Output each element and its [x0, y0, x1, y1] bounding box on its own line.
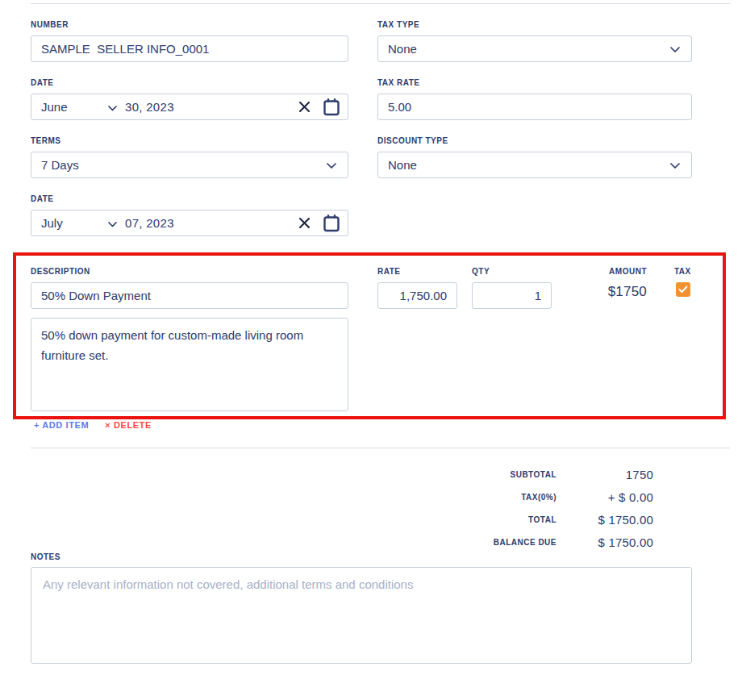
item-amount-label: AMOUNT — [556, 266, 647, 277]
terms-value: 7 Days — [41, 158, 79, 172]
subtotal-row: SUBTOTAL 1750 — [436, 463, 653, 485]
discount-type-select[interactable]: None — [377, 152, 692, 178]
calendar-icon[interactable] — [323, 214, 340, 233]
clear-date-icon[interactable] — [298, 217, 311, 229]
add-item-button[interactable]: + ADD ITEM — [34, 420, 89, 430]
tax-total-label: TAX(0%) — [436, 493, 556, 502]
item-rate-field-group: RATE — [377, 266, 457, 309]
issue-date-picker[interactable]: June 30, 2023 — [31, 94, 348, 120]
item-tax-block: TAX — [674, 266, 691, 297]
total-label: TOTAL — [436, 515, 556, 524]
tax-type-value: None — [388, 42, 417, 56]
totals-divider — [31, 448, 730, 448]
item-description-input[interactable] — [31, 282, 348, 309]
terms-field-group: TERMS 7 Days — [31, 135, 348, 178]
issue-month-value: June — [41, 100, 68, 114]
balance-due-row: BALANCE DUE $ 1750.00 — [436, 531, 653, 553]
total-row: TOTAL $ 1750.00 — [436, 508, 653, 531]
item-description-label: DESCRIPTION — [31, 266, 348, 277]
issue-date-label: DATE — [31, 77, 348, 88]
item-qty-field-group: QTY — [472, 266, 552, 309]
item-rate-input[interactable] — [377, 282, 457, 309]
discount-type-field-group: DISCOUNT TYPE None — [377, 135, 692, 178]
tax-rate-label: TAX RATE — [377, 77, 692, 88]
total-value: $ 1750.00 — [556, 513, 653, 527]
totals-summary: SUBTOTAL 1750 TAX(0%) + $ 0.00 TOTAL $ 1… — [436, 463, 653, 553]
terms-select[interactable]: 7 Days — [31, 152, 348, 178]
item-amount-value: $1750 — [556, 284, 647, 300]
checkmark-icon — [678, 285, 688, 294]
chevron-down-icon — [108, 216, 117, 230]
item-actions: + ADD ITEM × DELETE — [34, 420, 152, 430]
tax-rate-input[interactable] — [377, 94, 692, 120]
item-qty-label: QTY — [472, 266, 552, 277]
chevron-down-icon — [670, 42, 680, 56]
due-date-icons — [298, 214, 348, 233]
item-rate-label: RATE — [377, 266, 457, 277]
chevron-down-icon — [327, 158, 336, 172]
notes-label: NOTES — [31, 552, 60, 562]
calendar-icon[interactable] — [323, 98, 340, 117]
tax-type-select[interactable]: None — [377, 35, 692, 62]
due-month-select[interactable]: July — [31, 210, 117, 235]
balance-due-value: $ 1750.00 — [556, 535, 653, 549]
clear-date-icon[interactable] — [298, 101, 311, 113]
terms-label: TERMS — [31, 135, 348, 146]
due-day-year-value[interactable]: 07, 2023 — [125, 216, 174, 230]
due-date-picker[interactable]: July 07, 2023 — [31, 210, 348, 236]
chevron-down-icon — [670, 158, 680, 172]
due-date-field-group: DATE July 07, 2023 — [31, 194, 348, 236]
due-month-value: July — [41, 216, 63, 230]
chevron-down-icon — [108, 100, 117, 114]
tax-checkbox[interactable] — [676, 282, 690, 297]
issue-date-icons — [298, 98, 348, 117]
tax-rate-field-group: TAX RATE — [377, 77, 692, 120]
issue-date-field-group: DATE June 30, 2023 — [31, 77, 348, 120]
issue-day-year-value[interactable]: 30, 2023 — [125, 100, 174, 114]
number-field-group: NUMBER — [31, 19, 348, 62]
item-details-textarea[interactable]: 50% down payment for custom-made living … — [31, 318, 348, 411]
delete-item-button[interactable]: × DELETE — [105, 420, 152, 430]
due-date-label: DATE — [31, 194, 348, 204]
tax-type-label: TAX TYPE — [377, 19, 692, 30]
subtotal-label: SUBTOTAL — [436, 470, 556, 479]
invoice-form-page: NUMBER DATE June 30, 2023 — [0, 0, 742, 700]
tax-type-field-group: TAX TYPE None — [377, 19, 692, 62]
tax-row: TAX(0%) + $ 0.00 — [436, 485, 653, 508]
item-description-field-group: DESCRIPTION — [31, 266, 348, 309]
top-divider — [31, 3, 730, 4]
number-input[interactable] — [31, 35, 348, 62]
tax-total-value: + $ 0.00 — [556, 490, 653, 504]
issue-month-select[interactable]: June — [31, 94, 117, 119]
subtotal-value: 1750 — [556, 468, 653, 481]
item-qty-input[interactable] — [472, 282, 552, 309]
discount-type-label: DISCOUNT TYPE — [377, 135, 692, 146]
item-amount-block: AMOUNT $1750 — [556, 266, 647, 300]
number-label: NUMBER — [31, 19, 348, 30]
notes-textarea[interactable] — [31, 567, 692, 664]
balance-due-label: BALANCE DUE — [436, 538, 556, 547]
discount-type-value: None — [388, 158, 417, 172]
item-tax-label: TAX — [674, 266, 691, 277]
